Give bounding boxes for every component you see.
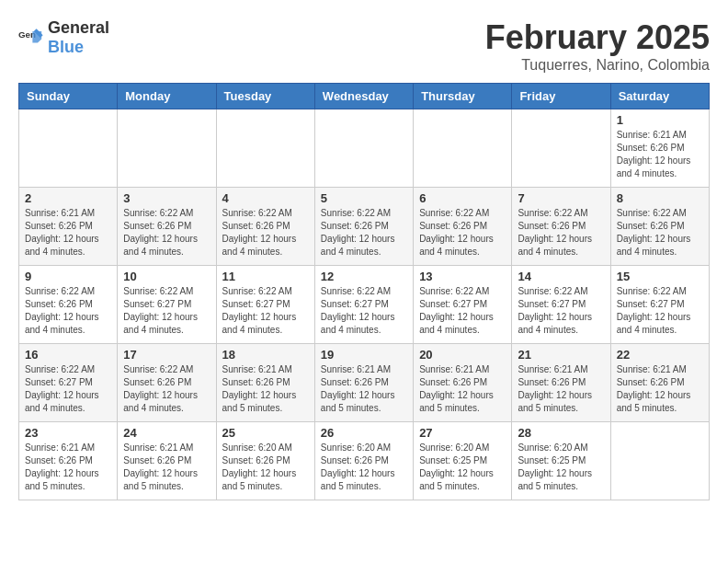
day-info: Sunrise: 6:22 AM Sunset: 6:27 PM Dayligh… (25, 363, 111, 415)
logo-icon: Gen (18, 25, 44, 51)
calendar-cell: 7Sunrise: 6:22 AM Sunset: 6:26 PM Daylig… (512, 188, 610, 266)
day-info: Sunrise: 6:22 AM Sunset: 6:26 PM Dayligh… (617, 207, 703, 259)
week-row-4: 16Sunrise: 6:22 AM Sunset: 6:27 PM Dayli… (19, 344, 710, 422)
calendar-cell: 22Sunrise: 6:21 AM Sunset: 6:26 PM Dayli… (610, 344, 709, 422)
day-info: Sunrise: 6:21 AM Sunset: 6:26 PM Dayligh… (419, 363, 506, 415)
calendar-cell (314, 109, 413, 188)
calendar-cell: 10Sunrise: 6:22 AM Sunset: 6:27 PM Dayli… (118, 266, 216, 344)
weekday-header-thursday: Thursday (414, 84, 512, 109)
logo-text: General Blue (48, 18, 109, 57)
day-number: 7 (518, 191, 604, 205)
day-info: Sunrise: 6:22 AM Sunset: 6:26 PM Dayligh… (25, 285, 111, 337)
day-number: 16 (25, 348, 111, 362)
day-number: 23 (25, 426, 111, 440)
calendar-cell: 20Sunrise: 6:21 AM Sunset: 6:26 PM Dayli… (414, 344, 512, 422)
day-info: Sunrise: 6:21 AM Sunset: 6:26 PM Dayligh… (518, 363, 604, 415)
day-number: 12 (321, 270, 407, 283)
day-number: 2 (25, 191, 111, 205)
month-year-title: February 2025 (485, 18, 710, 57)
day-number: 8 (617, 191, 703, 205)
day-number: 25 (222, 426, 309, 440)
day-info: Sunrise: 6:21 AM Sunset: 6:26 PM Dayligh… (617, 363, 703, 415)
title-area: February 2025 Tuquerres, Narino, Colombi… (485, 18, 710, 74)
calendar-cell: 16Sunrise: 6:22 AM Sunset: 6:27 PM Dayli… (19, 344, 118, 422)
week-row-5: 23Sunrise: 6:21 AM Sunset: 6:26 PM Dayli… (19, 422, 710, 500)
calendar-cell: 2Sunrise: 6:21 AM Sunset: 6:26 PM Daylig… (19, 188, 118, 266)
calendar-cell: 25Sunrise: 6:20 AM Sunset: 6:26 PM Dayli… (216, 422, 314, 500)
day-number: 4 (222, 191, 309, 205)
calendar-cell: 18Sunrise: 6:21 AM Sunset: 6:26 PM Dayli… (216, 344, 314, 422)
calendar-cell: 12Sunrise: 6:22 AM Sunset: 6:27 PM Dayli… (314, 266, 413, 344)
calendar-cell: 28Sunrise: 6:20 AM Sunset: 6:25 PM Dayli… (512, 422, 610, 500)
calendar-cell: 27Sunrise: 6:20 AM Sunset: 6:25 PM Dayli… (414, 422, 512, 500)
day-info: Sunrise: 6:22 AM Sunset: 6:27 PM Dayligh… (617, 285, 703, 337)
calendar-cell: 13Sunrise: 6:22 AM Sunset: 6:27 PM Dayli… (414, 266, 512, 344)
header: Gen General Blue February 2025 Tuquerres… (18, 18, 710, 74)
day-info: Sunrise: 6:20 AM Sunset: 6:25 PM Dayligh… (518, 442, 604, 493)
calendar-cell: 5Sunrise: 6:22 AM Sunset: 6:26 PM Daylig… (314, 188, 413, 266)
day-number: 19 (321, 348, 407, 362)
day-info: Sunrise: 6:22 AM Sunset: 6:27 PM Dayligh… (123, 285, 210, 337)
day-info: Sunrise: 6:21 AM Sunset: 6:26 PM Dayligh… (25, 207, 111, 259)
week-row-2: 2Sunrise: 6:21 AM Sunset: 6:26 PM Daylig… (19, 188, 710, 266)
weekday-header-sunday: Sunday (19, 84, 118, 109)
day-info: Sunrise: 6:20 AM Sunset: 6:26 PM Dayligh… (222, 442, 309, 493)
calendar-cell: 15Sunrise: 6:22 AM Sunset: 6:27 PM Dayli… (610, 266, 709, 344)
calendar-cell: 1Sunrise: 6:21 AM Sunset: 6:26 PM Daylig… (610, 109, 709, 188)
day-info: Sunrise: 6:22 AM Sunset: 6:27 PM Dayligh… (321, 285, 407, 337)
logo-general: General (48, 18, 109, 37)
weekday-header-friday: Friday (512, 84, 610, 109)
calendar-cell: 21Sunrise: 6:21 AM Sunset: 6:26 PM Dayli… (512, 344, 610, 422)
logo-blue: Blue (48, 38, 84, 56)
day-number: 18 (222, 348, 309, 362)
calendar-cell (414, 109, 512, 188)
day-info: Sunrise: 6:20 AM Sunset: 6:25 PM Dayligh… (419, 442, 506, 493)
weekday-header-tuesday: Tuesday (216, 84, 314, 109)
day-info: Sunrise: 6:22 AM Sunset: 6:26 PM Dayligh… (123, 363, 210, 415)
calendar-cell (19, 109, 118, 188)
weekday-header-wednesday: Wednesday (314, 84, 413, 109)
day-number: 20 (419, 348, 506, 362)
day-info: Sunrise: 6:22 AM Sunset: 6:26 PM Dayligh… (518, 207, 604, 259)
calendar-cell: 3Sunrise: 6:22 AM Sunset: 6:26 PM Daylig… (118, 188, 216, 266)
day-number: 21 (518, 348, 604, 362)
day-number: 28 (518, 426, 604, 440)
day-info: Sunrise: 6:21 AM Sunset: 6:26 PM Dayligh… (123, 442, 210, 493)
calendar-cell (610, 422, 709, 500)
week-row-3: 9Sunrise: 6:22 AM Sunset: 6:26 PM Daylig… (19, 266, 710, 344)
day-info: Sunrise: 6:21 AM Sunset: 6:26 PM Dayligh… (321, 363, 407, 415)
calendar-table: SundayMondayTuesdayWednesdayThursdayFrid… (18, 83, 710, 500)
day-number: 27 (419, 426, 506, 440)
day-number: 6 (419, 191, 506, 205)
day-number: 11 (222, 270, 309, 283)
day-number: 5 (321, 191, 407, 205)
calendar-cell: 23Sunrise: 6:21 AM Sunset: 6:26 PM Dayli… (19, 422, 118, 500)
calendar-cell (216, 109, 314, 188)
weekday-header-row: SundayMondayTuesdayWednesdayThursdayFrid… (19, 84, 710, 109)
day-number: 14 (518, 270, 604, 283)
day-info: Sunrise: 6:21 AM Sunset: 6:26 PM Dayligh… (25, 442, 111, 493)
weekday-header-saturday: Saturday (610, 84, 709, 109)
day-info: Sunrise: 6:21 AM Sunset: 6:26 PM Dayligh… (222, 363, 309, 415)
day-info: Sunrise: 6:22 AM Sunset: 6:26 PM Dayligh… (222, 207, 309, 259)
day-info: Sunrise: 6:22 AM Sunset: 6:27 PM Dayligh… (518, 285, 604, 337)
day-info: Sunrise: 6:22 AM Sunset: 6:27 PM Dayligh… (222, 285, 309, 337)
day-info: Sunrise: 6:20 AM Sunset: 6:26 PM Dayligh… (321, 442, 407, 493)
calendar-cell: 26Sunrise: 6:20 AM Sunset: 6:26 PM Dayli… (314, 422, 413, 500)
calendar-cell (118, 109, 216, 188)
weekday-header-monday: Monday (118, 84, 216, 109)
calendar-cell (512, 109, 610, 188)
day-number: 22 (617, 348, 703, 362)
day-number: 26 (321, 426, 407, 440)
calendar-cell: 14Sunrise: 6:22 AM Sunset: 6:27 PM Dayli… (512, 266, 610, 344)
day-info: Sunrise: 6:22 AM Sunset: 6:26 PM Dayligh… (123, 207, 210, 259)
week-row-1: 1Sunrise: 6:21 AM Sunset: 6:26 PM Daylig… (19, 109, 710, 188)
day-info: Sunrise: 6:21 AM Sunset: 6:26 PM Dayligh… (617, 129, 703, 180)
day-number: 1 (617, 113, 703, 127)
day-info: Sunrise: 6:22 AM Sunset: 6:27 PM Dayligh… (419, 285, 506, 337)
location-subtitle: Tuquerres, Narino, Colombia (485, 57, 710, 74)
day-number: 15 (617, 270, 703, 283)
day-number: 10 (123, 270, 210, 283)
calendar-cell: 4Sunrise: 6:22 AM Sunset: 6:26 PM Daylig… (216, 188, 314, 266)
day-info: Sunrise: 6:22 AM Sunset: 6:26 PM Dayligh… (419, 207, 506, 259)
